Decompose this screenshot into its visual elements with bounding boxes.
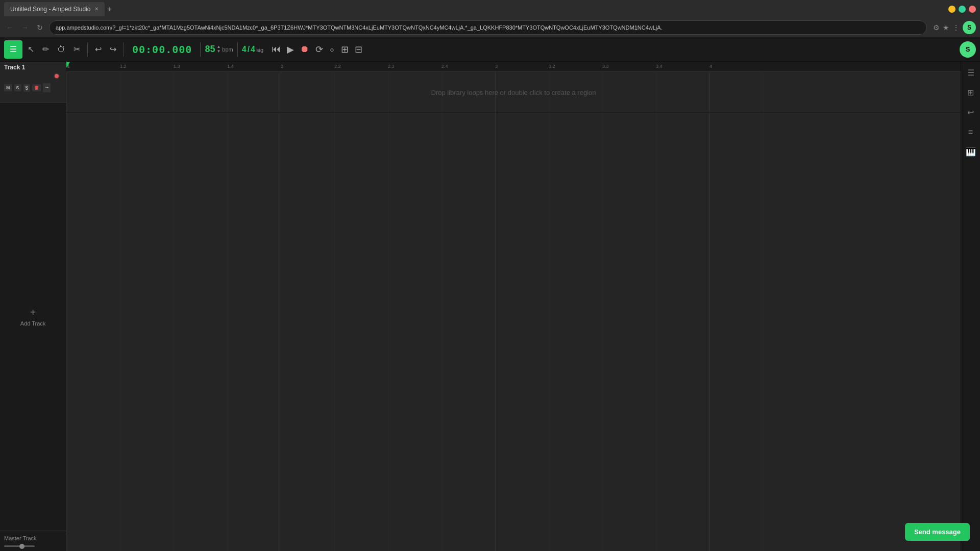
window-minimize[interactable] [948, 6, 955, 13]
toolbar-separator-2 [124, 42, 124, 57]
bpm-arrows[interactable]: ▲ ▼ [216, 45, 220, 54]
toolbar-separator-4 [237, 42, 238, 57]
track-1-volume-row [4, 73, 62, 79]
back-button[interactable]: ← [4, 21, 15, 34]
bpm-value: 85 [205, 44, 215, 55]
skip-back-icon: ⏮ [272, 44, 281, 55]
grid-line [549, 72, 549, 551]
drop-hint: Drop library loops here or double click … [431, 88, 596, 96]
toolbar-separator-1 [87, 42, 88, 57]
ruler-mark-33: 3.3 [602, 64, 609, 69]
bpm-down-icon[interactable]: ▼ [216, 49, 220, 54]
sig-numerator: 4 [242, 45, 247, 54]
app-toolbar: ☰ ↖ ✏ ⏱ ✂ ↩ ↪ 00:00.000 85 ▲ ▼ bpm 4 / 4… [0, 37, 980, 62]
sig-denominator: 4 [251, 45, 255, 54]
track-1-lane[interactable]: Drop library loops here or double click … [66, 72, 961, 113]
grid-line [174, 72, 174, 551]
tab-title: Untitled Song - Amped Studio [10, 6, 90, 13]
grid-line [66, 72, 67, 551]
active-tab[interactable]: Untitled Song - Amped Studio ✕ [4, 2, 105, 16]
window-close[interactable] [969, 6, 976, 13]
scissors-tool-icon: ✂ [74, 44, 80, 54]
forward-button[interactable]: → [19, 21, 31, 34]
add-track-label: Add Track [20, 320, 46, 327]
grid-line [442, 72, 442, 551]
clock-tool-button[interactable]: ⏱ [54, 43, 68, 56]
extensions-icon[interactable]: ⚙ [933, 23, 940, 32]
skip-back-button[interactable]: ⏮ [270, 42, 283, 57]
track-1-header: Track 1 M S $ 🗑 ~ [0, 62, 66, 103]
time-display: 00:00.000 [132, 43, 192, 56]
window-maximize[interactable] [959, 6, 966, 13]
redo-icon: ↪ [110, 44, 116, 54]
track-1-mute-button[interactable]: M [4, 84, 12, 91]
bpm-label: bpm [222, 46, 233, 53]
scissors-tool-button[interactable]: ✂ [70, 42, 83, 56]
grid-line [602, 72, 603, 551]
undo-button[interactable]: ↩ [92, 42, 105, 56]
grid-line [120, 72, 120, 551]
timeline-container: 1 1.2 1.3 1.4 2 2.2 2.3 2.4 3 3.2 3.3 3.… [66, 62, 961, 551]
metronome-icon: ⬦ [329, 44, 335, 55]
grid-line [656, 72, 656, 551]
grid-line [763, 72, 764, 551]
play-icon: ▶ [287, 44, 294, 55]
sidebar-piano-button[interactable]: 🎹 [964, 145, 978, 159]
url-text: app.ampedstudio.com/?_gl=1*zkt20c*_ga*MT… [56, 24, 663, 31]
ruler-mark-32: 3.2 [549, 64, 555, 69]
timeline-ruler[interactable]: 1 1.2 1.3 1.4 2 2.2 2.3 2.4 3 3.2 3.3 3.… [66, 62, 961, 72]
snap-button[interactable]: ⊞ [339, 42, 351, 57]
select-tool-icon: ↖ [28, 44, 34, 54]
browser-chrome: Untitled Song - Amped Studio ✕ + [0, 0, 980, 18]
quantize-icon: ⊟ [355, 44, 362, 55]
ruler-mark-2: 2 [281, 64, 283, 69]
redo-button[interactable]: ↪ [107, 42, 119, 56]
bookmark-icon[interactable]: ★ [943, 23, 949, 32]
play-button[interactable]: ▶ [285, 42, 296, 57]
track-1-solo-button[interactable]: S [14, 84, 21, 91]
loop-button[interactable]: ⟳ [313, 42, 325, 57]
menu-icon[interactable]: ⋮ [952, 23, 960, 32]
record-button[interactable]: ⏺ [298, 42, 311, 57]
add-track-button[interactable]: + Add Track [0, 103, 66, 531]
hamburger-menu-button[interactable]: ☰ [4, 40, 22, 59]
track-1-volume-knob[interactable] [54, 73, 60, 79]
ruler-mark-22: 2.2 [334, 64, 341, 69]
master-volume-thumb[interactable] [19, 544, 24, 549]
pencil-tool-button[interactable]: ✏ [39, 42, 52, 56]
browser-toolbar-icons: ⚙ ★ ⋮ S [933, 21, 976, 34]
track-1-name: Track 1 [4, 64, 62, 71]
bpm-control[interactable]: 85 ▲ ▼ bpm [205, 44, 233, 55]
track-1-delete-button[interactable]: 🗑 [32, 84, 41, 91]
tab-close-icon[interactable]: ✕ [94, 6, 99, 12]
quantize-button[interactable]: ⊟ [353, 42, 364, 57]
transport-group: ⏮ ▶ ⏺ ⟳ ⬦ ⊞ ⊟ [270, 42, 364, 57]
right-sidebar: ☰ ⊞ ↩ ≡ 🎹 [961, 62, 980, 551]
track-lanes[interactable]: Drop library loops here or double click … [66, 72, 961, 551]
send-message-button[interactable]: Send message [905, 523, 970, 541]
grid-line [334, 72, 335, 551]
time-signature-control[interactable]: 4 / 4 sig [242, 45, 263, 54]
sidebar-grid-button[interactable]: ⊞ [965, 86, 976, 99]
track-1-wave-button[interactable]: ~ [43, 83, 51, 92]
metronome-button[interactable]: ⬦ [327, 42, 337, 57]
profile-avatar[interactable]: S [963, 21, 976, 34]
select-tool-button[interactable]: ↖ [24, 42, 37, 56]
add-track-plus-icon: + [30, 307, 36, 318]
grid-line [227, 72, 228, 551]
grid-line [709, 72, 710, 551]
undo-icon: ↩ [95, 44, 102, 54]
address-bar-row: ← → ↻ app.ampedstudio.com/?_gl=1*zkt20c*… [0, 18, 980, 37]
master-volume-slider[interactable] [4, 545, 35, 547]
url-bar[interactable]: app.ampedstudio.com/?_gl=1*zkt20c*_ga*MT… [49, 20, 927, 35]
app-profile-avatar[interactable]: S [960, 41, 976, 58]
bpm-up-icon[interactable]: ▲ [216, 45, 220, 49]
sidebar-list-button[interactable]: ≡ [966, 126, 975, 139]
sidebar-browse-button[interactable]: ☰ [965, 66, 976, 80]
refresh-button[interactable]: ↻ [35, 21, 45, 34]
sidebar-undo-button[interactable]: ↩ [965, 106, 976, 119]
ruler-mark-14: 1.4 [227, 64, 234, 69]
track-1-arm-button[interactable]: $ [23, 84, 31, 92]
tab-bar: Untitled Song - Amped Studio ✕ + [4, 0, 112, 18]
new-tab-button[interactable]: + [107, 5, 111, 14]
